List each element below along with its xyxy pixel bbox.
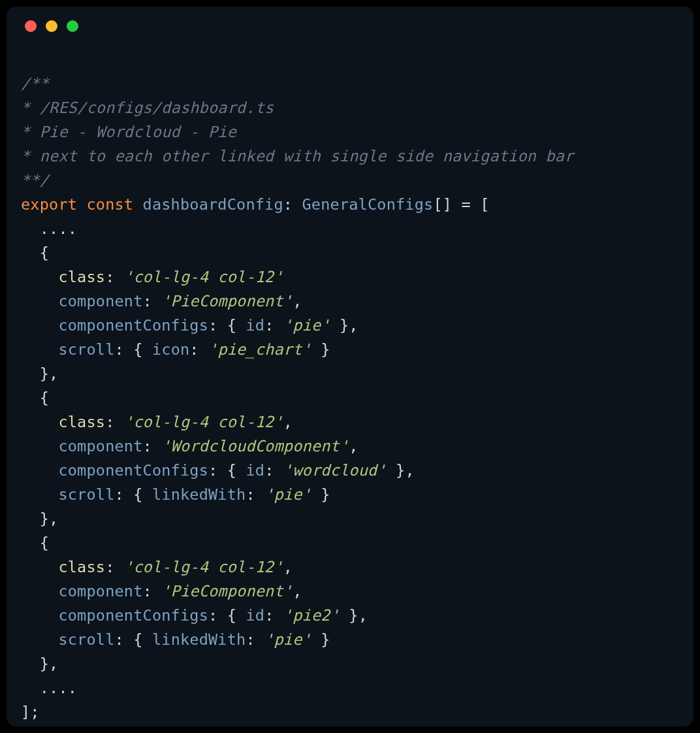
close-brace: }, bbox=[40, 365, 59, 383]
key-componentConfigs: componentConfigs bbox=[58, 461, 208, 480]
val-id: 'wordcloud' bbox=[283, 461, 387, 480]
key-linkedWith: linkedWith bbox=[152, 485, 246, 504]
ellipsis: .... bbox=[40, 220, 77, 238]
kw-export: export bbox=[21, 195, 77, 214]
key-component: component bbox=[58, 292, 142, 310]
open-brace: { bbox=[40, 389, 49, 407]
key-icon: icon bbox=[152, 340, 189, 359]
open-brace: { bbox=[40, 244, 49, 262]
type-brackets: [] bbox=[433, 195, 452, 214]
kw-const: const bbox=[86, 195, 133, 214]
key-scroll: scroll bbox=[58, 340, 114, 359]
key-componentConfigs: componentConfigs bbox=[58, 606, 208, 625]
key-component: component bbox=[58, 582, 142, 600]
close-dot-icon[interactable] bbox=[25, 20, 37, 32]
comment-line: /** bbox=[21, 74, 49, 93]
comment-line: * Pie - Wordcloud - Pie bbox=[21, 123, 236, 141]
val-linkedWith: 'pie' bbox=[264, 485, 311, 504]
ellipsis: .... bbox=[40, 679, 77, 697]
minimize-dot-icon[interactable] bbox=[46, 20, 57, 32]
code-window: /** * /RES/configs/dashboard.ts * Pie - … bbox=[7, 7, 693, 726]
key-class: class bbox=[58, 413, 105, 431]
window-titlebar bbox=[7, 7, 693, 46]
key-scroll: scroll bbox=[58, 630, 114, 649]
var-name: dashboardConfig bbox=[143, 195, 283, 214]
key-class: class bbox=[58, 558, 105, 576]
close-brace: }, bbox=[40, 510, 59, 528]
key-id: id bbox=[246, 461, 264, 480]
key-id: id bbox=[246, 606, 264, 625]
val-id: 'pie2' bbox=[283, 606, 340, 625]
code-block: /** * /RES/configs/dashboard.ts * Pie - … bbox=[7, 46, 693, 725]
key-id: id bbox=[246, 316, 264, 334]
open-brace: { bbox=[40, 534, 49, 552]
key-componentConfigs: componentConfigs bbox=[58, 316, 208, 334]
val-id: 'pie' bbox=[283, 316, 330, 334]
comment-line: * next to each other linked with single … bbox=[21, 147, 574, 165]
comment-line: * /RES/configs/dashboard.ts bbox=[21, 99, 274, 117]
key-component: component bbox=[58, 437, 142, 455]
key-linkedWith: linkedWith bbox=[152, 630, 246, 649]
array-close: ]; bbox=[21, 703, 40, 721]
type-name: GeneralConfigs bbox=[302, 195, 434, 214]
val-class: 'col-lg-4 col-12' bbox=[124, 413, 283, 431]
key-scroll: scroll bbox=[58, 485, 114, 504]
val-component: 'PieComponent' bbox=[161, 582, 293, 600]
close-brace: }, bbox=[40, 655, 59, 673]
key-class: class bbox=[58, 268, 105, 286]
comment-line: **/ bbox=[21, 171, 49, 189]
val-class: 'col-lg-4 col-12' bbox=[124, 558, 283, 576]
eq-open: = [ bbox=[452, 195, 489, 214]
val-class: 'col-lg-4 col-12' bbox=[124, 268, 283, 286]
zoom-dot-icon[interactable] bbox=[67, 20, 78, 32]
val-linkedWith: 'pie' bbox=[264, 630, 311, 649]
val-component: 'PieComponent' bbox=[161, 292, 293, 310]
val-icon: 'pie_chart' bbox=[208, 340, 311, 359]
val-component: 'WordcloudComponent' bbox=[161, 437, 349, 455]
